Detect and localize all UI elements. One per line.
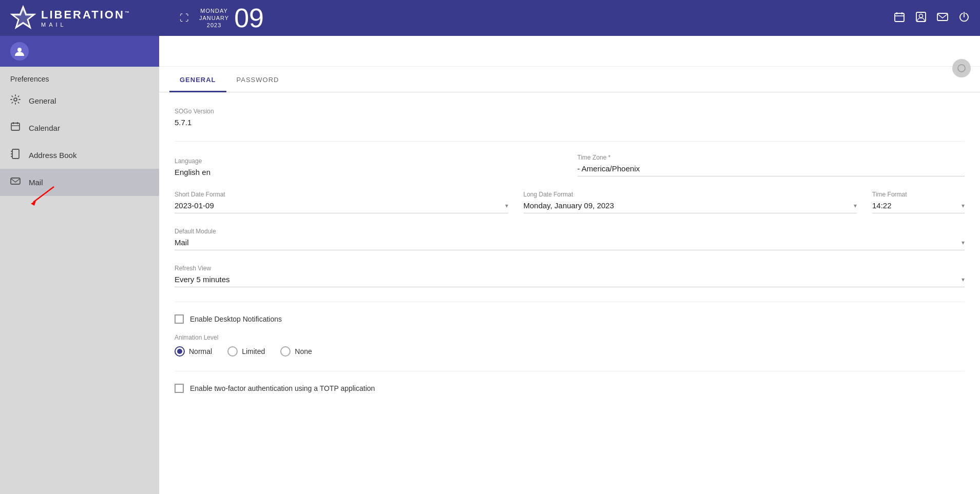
svg-point-10 xyxy=(17,48,22,52)
svg-marker-22 xyxy=(31,201,36,206)
svg-point-11 xyxy=(14,98,17,101)
sidebar-mail-label: Mail xyxy=(29,178,43,187)
animation-radio-row: Normal Limited None xyxy=(175,346,965,357)
user-sub-header xyxy=(0,36,159,67)
calendar-icon xyxy=(10,122,21,134)
sidebar-item-mail[interactable]: Mail xyxy=(0,169,159,196)
totp-row: Enable two-factor authentication using a… xyxy=(175,384,965,393)
date-day: 09 xyxy=(234,5,264,31)
mail-icon xyxy=(10,176,21,189)
svg-rect-2 xyxy=(895,13,904,22)
sidebar-address-book-label: Address Book xyxy=(29,151,76,160)
sidebar-item-general[interactable]: General xyxy=(0,87,159,114)
totp-checkbox[interactable] xyxy=(175,384,184,393)
timezone-select[interactable]: - America/Phoenix xyxy=(578,164,965,176)
default-module-value: Mail xyxy=(175,238,962,247)
time-format-arrow-icon: ▾ xyxy=(962,202,965,209)
power-header-icon[interactable] xyxy=(958,11,970,25)
sogo-version-group: SOGo Version 5.7.1 xyxy=(175,108,965,127)
timezone-col: Time Zone * - America/Phoenix xyxy=(578,154,965,176)
default-module-label: Default Module xyxy=(175,228,965,235)
expand-icon[interactable]: ⛶ xyxy=(180,13,189,24)
address-book-icon xyxy=(10,149,21,162)
content-area: GENERAL PASSWORD SOGo Version 5.7.1 Lang… xyxy=(159,67,980,494)
svg-point-23 xyxy=(958,65,965,72)
default-module-arrow-icon: ▾ xyxy=(962,239,965,246)
tab-password[interactable]: PASSWORD xyxy=(226,67,290,92)
desktop-notifications-label: Enable Desktop Notifications xyxy=(190,315,282,323)
svg-rect-8 xyxy=(937,13,948,21)
refresh-view-select[interactable]: Every 5 minutes ▾ xyxy=(175,275,965,287)
short-date-arrow-icon: ▾ xyxy=(505,202,508,209)
svg-line-21 xyxy=(33,187,54,202)
desktop-notifications-checkbox[interactable] xyxy=(175,314,184,324)
user-avatar[interactable] xyxy=(10,42,29,61)
gear-icon xyxy=(10,94,21,107)
radio-limited[interactable]: Limited xyxy=(227,346,265,357)
sidebar-item-address-book[interactable]: Address Book xyxy=(0,142,159,169)
content-body: SOGo Version 5.7.1 Language English en T… xyxy=(159,92,980,419)
sogo-version-value: 5.7.1 xyxy=(175,118,965,127)
animation-level-label: Animation Level xyxy=(175,334,965,341)
long-date-value: Monday, January 09, 2023 xyxy=(524,201,854,210)
totp-label: Enable two-factor authentication using a… xyxy=(190,384,375,392)
sidebar-section-label: Preferences xyxy=(0,67,159,87)
main-row xyxy=(0,36,980,67)
language-col: Language English en xyxy=(175,157,562,176)
calendar-header-icon[interactable] xyxy=(894,11,905,25)
animation-level-group: Animation Level Normal Limited xyxy=(175,334,965,357)
main-layout: Preferences General Calendar Address Boo… xyxy=(0,67,980,494)
sidebar-general-label: General xyxy=(29,96,56,105)
date-text: MONDAY JANUARY 2023 xyxy=(199,7,229,29)
long-date-col: Long Date Format Monday, January 09, 202… xyxy=(524,191,857,213)
date-time-row: Short Date Format 2023-01-09 ▾ Long Date… xyxy=(175,191,965,213)
app-header: LIBERATION™ MAIL ⛶ MONDAY JANUARY 2023 0… xyxy=(0,0,980,36)
contacts-header-icon[interactable] xyxy=(915,11,927,25)
svg-rect-16 xyxy=(12,149,19,159)
header-spacer xyxy=(159,36,980,67)
long-date-label: Long Date Format xyxy=(524,191,857,198)
svg-rect-12 xyxy=(11,123,20,130)
time-format-col: Time Format 14:22 ▾ xyxy=(872,191,965,213)
radio-normal-inner xyxy=(177,349,182,354)
radio-limited-label: Limited xyxy=(242,347,265,355)
short-date-select[interactable]: 2023-01-09 ▾ xyxy=(175,201,508,213)
default-module-select[interactable]: Mail ▾ xyxy=(175,238,965,250)
tabs-bar: GENERAL PASSWORD xyxy=(159,67,980,92)
radio-normal-outer xyxy=(175,346,185,357)
sogo-version-label: SOGo Version xyxy=(175,108,965,115)
tab-general[interactable]: GENERAL xyxy=(169,67,226,92)
long-date-arrow-icon: ▾ xyxy=(854,202,857,209)
radio-normal-label: Normal xyxy=(189,347,212,355)
timezone-label: Time Zone * xyxy=(578,154,965,161)
timezone-value: - America/Phoenix xyxy=(578,164,965,173)
header-actions xyxy=(894,11,970,25)
radio-none-label: None xyxy=(295,347,312,355)
language-timezone-row: Language English en Time Zone * - Americ… xyxy=(175,154,965,176)
date-area: ⛶ MONDAY JANUARY 2023 09 xyxy=(169,5,264,31)
logo-star-icon xyxy=(10,5,36,31)
time-format-select[interactable]: 14:22 ▾ xyxy=(872,201,965,213)
time-format-value: 14:22 xyxy=(872,201,962,210)
logo-area: LIBERATION™ MAIL xyxy=(10,5,169,31)
time-format-label: Time Format xyxy=(872,191,965,198)
desktop-notifications-row: Enable Desktop Notifications xyxy=(175,314,965,324)
mail-header-icon[interactable] xyxy=(937,11,948,25)
refresh-view-arrow-icon: ▾ xyxy=(962,276,965,283)
radio-limited-outer xyxy=(227,346,238,357)
scroll-button[interactable] xyxy=(952,59,971,77)
short-date-label: Short Date Format xyxy=(175,191,508,198)
radio-none-outer xyxy=(280,346,291,357)
refresh-view-label: Refresh View xyxy=(175,265,965,272)
short-date-value: 2023-01-09 xyxy=(175,201,505,210)
svg-rect-20 xyxy=(11,178,20,184)
long-date-select[interactable]: Monday, January 09, 2023 ▾ xyxy=(524,201,857,213)
logo-text: LIBERATION™ MAIL xyxy=(41,8,131,28)
sidebar-item-calendar[interactable]: Calendar xyxy=(0,114,159,142)
radio-none[interactable]: None xyxy=(280,346,312,357)
radio-normal[interactable]: Normal xyxy=(175,346,212,357)
default-module-group: Default Module Mail ▾ xyxy=(175,228,965,250)
language-label: Language xyxy=(175,157,562,165)
refresh-view-value: Every 5 minutes xyxy=(175,275,962,284)
sidebar-calendar-label: Calendar xyxy=(29,124,60,132)
